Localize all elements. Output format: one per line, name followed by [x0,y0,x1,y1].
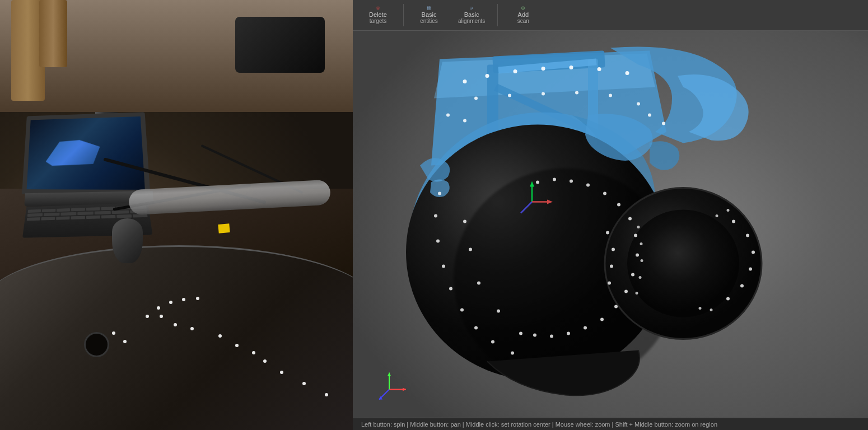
svg-rect-1 [430,7,431,8]
add-scan-button[interactable]: Add scan [503,3,543,27]
svg-point-36 [542,92,545,96]
svg-point-25 [627,210,739,317]
basic-entities-button[interactable]: Basic entities [409,3,449,27]
svg-point-55 [477,282,480,285]
target-dot [112,331,115,335]
basic-alignments-sublabel: alignments [458,18,485,24]
svg-point-30 [542,67,545,71]
target-dot [196,297,199,300]
svg-point-73 [550,335,553,338]
target-dot [182,298,185,301]
svg-point-78 [608,282,611,285]
3d-viewport[interactable] [353,31,868,418]
equipment-case [235,17,325,73]
svg-point-93 [710,309,713,311]
svg-point-57 [519,332,522,335]
svg-point-89 [636,292,638,295]
svg-point-44 [438,192,441,195]
svg-point-51 [491,340,494,344]
svg-point-64 [628,217,632,221]
svg-rect-2 [427,8,428,10]
svg-point-42 [648,114,651,117]
scan-svg [353,31,868,418]
target-dot [160,315,163,318]
svg-point-62 [603,192,606,195]
svg-point-72 [567,332,570,335]
svg-point-34 [474,97,478,100]
svg-point-91 [727,209,730,212]
svg-point-61 [586,184,590,187]
svg-rect-3 [430,8,431,10]
toolbar-divider-1 [403,4,404,26]
metal-part [0,245,353,430]
yellow-tag [218,223,230,233]
target-dot [235,344,239,347]
svg-point-27 [463,80,467,83]
svg-point-49 [460,309,464,312]
svg-point-88 [639,276,642,279]
svg-point-68 [624,290,628,293]
target-dot [190,327,194,330]
svg-point-67 [631,273,634,277]
svg-point-33 [626,71,629,75]
metal-hole [84,332,109,357]
delete-targets-sublabel: targets [370,18,387,24]
right-panel-3d: Delete targets Basic entities Basic alig… [353,0,868,430]
svg-point-59 [553,178,556,181]
target-dot [146,315,149,318]
basic-alignments-button[interactable]: Basic alignments [451,3,492,27]
toolbar: Delete targets Basic entities Basic alig… [353,0,868,31]
svg-point-71 [584,326,587,330]
svg-point-85 [637,226,640,228]
svg-point-37 [575,91,578,95]
delete-targets-button[interactable]: Delete targets [358,3,398,27]
svg-point-29 [514,69,517,73]
toolbar-divider-2 [497,4,498,26]
target-dot [302,382,306,385]
svg-point-80 [746,234,749,237]
svg-point-38 [609,94,612,97]
laptop-screen-content [27,116,145,190]
laptop-screen [22,112,150,195]
svg-point-86 [640,242,643,245]
target-dot [325,393,328,396]
svg-point-83 [740,284,744,288]
basic-entities-label: Basic [422,11,437,18]
svg-point-69 [614,305,618,309]
svg-point-77 [610,265,613,268]
svg-point-56 [497,310,500,313]
target-dot [252,351,255,354]
target-dot [263,359,267,363]
chair-leg-2 [39,0,67,67]
svg-point-46 [436,240,440,243]
svg-point-39 [637,102,640,106]
svg-point-66 [636,254,639,257]
svg-point-79 [732,220,735,223]
svg-point-32 [598,67,601,71]
svg-point-75 [606,231,609,235]
svg-point-63 [617,203,620,207]
svg-point-90 [716,214,718,217]
trackball-mouse [112,218,143,263]
left-panel-photo: CREAFORM [0,0,353,430]
target-dot [218,334,222,338]
svg-rect-0 [427,7,428,8]
svg-point-31 [570,66,573,69]
add-scan-sublabel: scan [517,18,529,24]
svg-point-50 [474,326,478,330]
svg-point-76 [612,248,615,251]
svg-point-82 [749,268,752,271]
svg-point-52 [511,352,514,355]
basic-alignments-label: Basic [464,11,479,18]
svg-point-70 [600,318,604,321]
target-dot [174,323,177,326]
target-dot [157,306,160,310]
svg-point-65 [634,234,637,237]
svg-point-92 [699,307,702,310]
svg-point-81 [752,251,755,254]
svg-point-53 [463,220,466,223]
svg-point-74 [533,334,536,337]
svg-point-41 [463,119,466,123]
delete-targets-label: Delete [369,11,387,18]
svg-point-60 [570,180,573,183]
